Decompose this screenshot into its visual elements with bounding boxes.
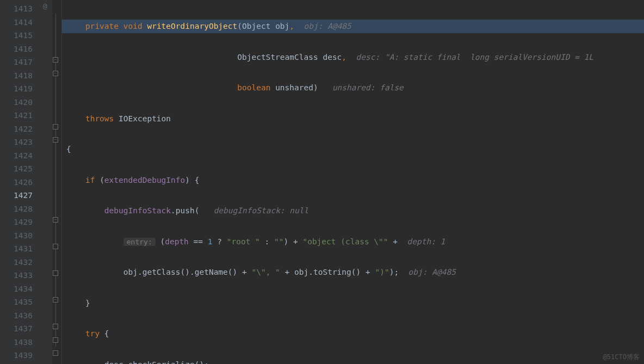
inline-hint: obj: A@485 — [408, 268, 456, 276]
inline-hint: debugInfoStack: null — [214, 206, 309, 215]
code-line[interactable]: if (extendedDebugInfo) { — [62, 174, 644, 187]
code-line[interactable]: { — [62, 143, 644, 156]
line-number[interactable]: 1420 — [5, 96, 33, 109]
watermark-text: @51CTO博客 — [603, 353, 640, 362]
line-number[interactable]: 1431 — [5, 242, 33, 256]
gutter-marker[interactable]: @ — [38, 0, 52, 14]
inline-hint: desc: "A: static final long serialVersio… — [356, 53, 594, 61]
line-number[interactable]: 1419 — [5, 82, 33, 96]
code-line[interactable]: debugInfoStack.push( debugInfoStack: nul… — [62, 204, 644, 218]
breakpoint-gutter[interactable]: @ — [38, 0, 52, 364]
code-line[interactable]: entry: (depth == 1 ? "root " : "") + "ob… — [62, 235, 644, 249]
line-number-current[interactable]: 1427 — [5, 189, 33, 202]
code-line[interactable]: try { — [62, 327, 644, 341]
code-line[interactable]: boolean unshared) unshared: false — [62, 81, 644, 95]
fold-end-icon[interactable] — [53, 337, 58, 343]
fold-end-icon[interactable] — [53, 350, 58, 356]
line-number[interactable]: 1422 — [5, 122, 33, 136]
fold-gutter[interactable]: − − − − − — [52, 0, 62, 364]
line-number[interactable]: 1435 — [5, 295, 33, 309]
fold-end-icon[interactable] — [53, 124, 58, 129]
line-number[interactable]: 1433 — [5, 269, 33, 282]
inline-hint: unshared: false — [332, 83, 404, 92]
code-line[interactable]: desc.checkSerialize(); — [62, 358, 644, 365]
code-line[interactable]: ObjectStreamClass desc, desc: "A: static… — [62, 51, 644, 64]
fold-toggle-icon[interactable]: − — [53, 71, 58, 76]
line-number[interactable]: 1426 — [5, 176, 33, 189]
inline-hint: obj: A@485 — [304, 22, 351, 30]
line-number[interactable]: 1413 — [5, 2, 33, 16]
line-number-gutter[interactable]: 1413 1414 1415 1416 1417 1418 1419 1420 … — [0, 0, 38, 364]
line-number[interactable]: 1417 — [5, 55, 33, 69]
code-line[interactable]: private void writeOrdinaryObject(Object … — [62, 20, 644, 33]
fold-end-icon[interactable] — [53, 244, 58, 249]
fold-toggle-icon[interactable]: − — [53, 137, 58, 143]
line-number[interactable]: 1425 — [5, 162, 33, 176]
line-number[interactable]: 1438 — [5, 336, 33, 349]
line-number[interactable]: 1418 — [5, 69, 33, 83]
parameter-hint: entry: — [123, 238, 156, 246]
line-number[interactable]: 1432 — [5, 256, 33, 269]
fold-end-icon[interactable] — [53, 324, 58, 329]
line-number[interactable]: 1423 — [5, 135, 33, 149]
line-number[interactable]: 1434 — [5, 282, 33, 296]
line-number[interactable]: 1421 — [5, 109, 33, 122]
line-number[interactable]: 1429 — [5, 215, 33, 229]
line-number[interactable]: 1424 — [5, 149, 33, 163]
inline-hint: depth: 1 — [407, 237, 445, 246]
line-number[interactable]: 1437 — [5, 322, 33, 336]
fold-end-icon[interactable] — [53, 270, 58, 276]
fold-toggle-icon[interactable]: − — [53, 57, 58, 63]
code-line[interactable]: throws IOException — [62, 112, 644, 126]
code-area[interactable]: private void writeOrdinaryObject(Object … — [62, 0, 644, 364]
code-line[interactable]: obj.getClass().getName() + "\", " + obj.… — [62, 266, 644, 279]
line-number[interactable]: 1439 — [5, 349, 33, 362]
fold-toggle-icon[interactable]: − — [53, 297, 58, 303]
code-line[interactable]: } — [62, 297, 644, 310]
line-number[interactable]: 1430 — [5, 229, 33, 243]
line-number[interactable]: 1416 — [5, 42, 33, 56]
line-number[interactable]: 1436 — [5, 309, 33, 323]
line-number[interactable]: 1428 — [5, 202, 33, 216]
fold-toggle-icon[interactable]: − — [53, 217, 58, 223]
code-editor[interactable]: 1413 1414 1415 1416 1417 1418 1419 1420 … — [0, 0, 644, 364]
line-number[interactable]: 1414 — [5, 16, 33, 29]
line-number[interactable]: 1415 — [5, 29, 33, 42]
